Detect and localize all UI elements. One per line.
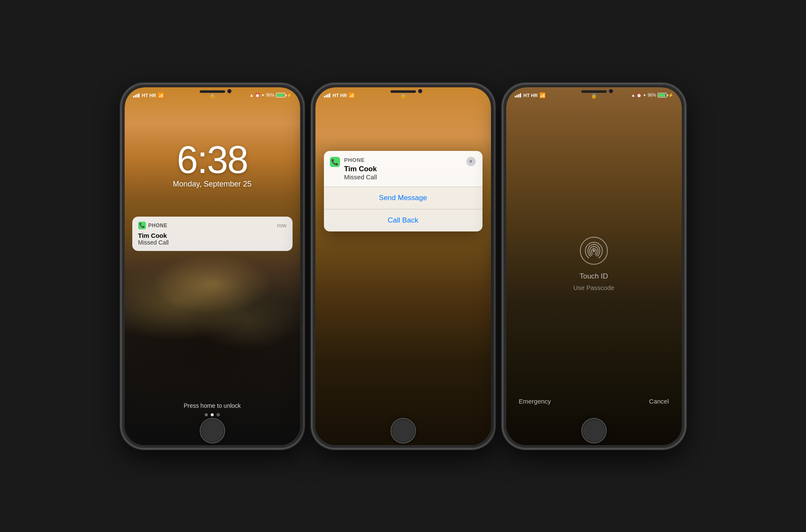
status-right-3: ▲ ⏰ ✶ 96% ⚡ bbox=[631, 93, 673, 97]
send-message-button[interactable]: Send Message bbox=[324, 187, 482, 209]
charging-icon: ⚡ bbox=[287, 93, 292, 97]
lock-icon-3: 🔒 bbox=[591, 93, 597, 98]
notification-app-name: PHONE bbox=[148, 223, 167, 228]
signal-bars-3 bbox=[515, 93, 521, 97]
dot-2-active bbox=[211, 413, 214, 416]
carrier-name-2: HT HR bbox=[333, 93, 347, 98]
touchid-screen: HT HR 📶 🔒 ▲ ⏰ ✶ 96% ⚡ bbox=[506, 87, 682, 445]
signal-bar-2 bbox=[135, 95, 136, 97]
fingerprint-icon bbox=[579, 236, 609, 265]
dot-1 bbox=[205, 413, 208, 416]
carrier-name: HT HR bbox=[142, 93, 156, 98]
cancel-button[interactable]: Cancel bbox=[649, 398, 669, 405]
alarm-icon: ⏰ bbox=[255, 93, 260, 97]
lock-icon-2: 🔒 bbox=[400, 93, 406, 98]
notification-card[interactable]: 📞 PHONE now Tim Cook Missed Call bbox=[132, 217, 293, 251]
earpiece bbox=[200, 90, 225, 93]
touch-id-container: Touch ID Use Passcode bbox=[573, 236, 614, 291]
expanded-notif-screen: HT HR 📶 🔒 📞 PHONE Tim Cook bbox=[315, 87, 491, 445]
fingerprint-svg bbox=[579, 236, 609, 265]
signal-bar-3 bbox=[327, 94, 329, 97]
call-back-button[interactable]: Call Back bbox=[324, 209, 482, 231]
notification-title: Tim Cook bbox=[138, 232, 287, 239]
wifi-icon-2: 📶 bbox=[349, 92, 355, 98]
expanded-app-name: PHONE bbox=[344, 157, 466, 163]
signal-bar-2 bbox=[516, 95, 518, 97]
phone-3-screen: HT HR 📶 🔒 ▲ ⏰ ✶ 96% ⚡ bbox=[506, 87, 682, 445]
wifi-icon: 📶 bbox=[158, 92, 164, 98]
signal-bar-2 bbox=[326, 95, 327, 97]
battery-fill bbox=[277, 94, 284, 97]
signal-bar-1 bbox=[515, 96, 516, 97]
signal-bar-3 bbox=[518, 94, 519, 97]
earpiece-3 bbox=[581, 90, 607, 93]
status-left-3: HT HR 📶 bbox=[515, 92, 546, 98]
clock-time: 6:38 bbox=[125, 138, 300, 182]
battery-pct-3: 96% bbox=[647, 93, 656, 97]
touch-id-label: Touch ID bbox=[573, 272, 614, 280]
bluetooth-icon-3: ✶ bbox=[643, 93, 646, 97]
notification-time: now bbox=[277, 223, 286, 228]
battery-indicator bbox=[276, 93, 285, 97]
phone-2: HT HR 📶 🔒 📞 PHONE Tim Cook bbox=[312, 84, 494, 448]
front-camera bbox=[227, 89, 231, 93]
charging-icon-3: ⚡ bbox=[668, 93, 673, 97]
expanded-notif-text: PHONE Tim Cook Missed Call bbox=[344, 157, 466, 181]
expanded-notif-header: 📞 PHONE Tim Cook Missed Call × bbox=[324, 151, 482, 187]
status-left-2: HT HR 📶 bbox=[324, 92, 355, 98]
phone-1-screen: HT HR 📶 🔒 ▲ ⏰ ✶ 96% ⚡ bbox=[125, 87, 300, 445]
status-bar-2: HT HR 📶 🔒 bbox=[315, 87, 491, 101]
home-button-3[interactable] bbox=[581, 418, 607, 443]
page-dots: ⊡ bbox=[125, 413, 300, 416]
signal-bar-4 bbox=[520, 93, 521, 97]
battery-pct: 96% bbox=[266, 93, 274, 97]
alarm-icon-3: ⏰ bbox=[636, 93, 641, 97]
status-bar: HT HR 📶 🔒 ▲ ⏰ ✶ 96% ⚡ bbox=[125, 87, 300, 101]
signal-bars-2 bbox=[324, 93, 330, 97]
phone-3: HT HR 📶 🔒 ▲ ⏰ ✶ 96% ⚡ bbox=[503, 84, 685, 448]
expanded-notif-content: 📞 PHONE Tim Cook Missed Call bbox=[330, 157, 466, 181]
home-button-2[interactable] bbox=[390, 418, 416, 443]
expanded-notif-title: Tim Cook bbox=[344, 165, 466, 173]
svg-point-1 bbox=[593, 249, 595, 252]
signal-bar-4 bbox=[138, 93, 139, 97]
battery-indicator-3 bbox=[658, 93, 667, 97]
expanded-notification: 📞 PHONE Tim Cook Missed Call × Send Mess… bbox=[324, 151, 482, 231]
notification-header: 📞 PHONE now bbox=[138, 222, 287, 229]
use-passcode-label[interactable]: Use Passcode bbox=[573, 284, 614, 291]
notification-subtitle: Missed Call bbox=[138, 239, 287, 246]
signal-bars bbox=[133, 93, 139, 97]
phone2-wallpaper bbox=[315, 87, 491, 445]
carrier-name-3: HT HR bbox=[524, 93, 538, 98]
bottom-actions: Emergency Cancel bbox=[506, 398, 682, 405]
battery-fill-3 bbox=[658, 94, 665, 97]
front-camera-2 bbox=[418, 89, 422, 93]
notification-app-info: 📞 PHONE bbox=[138, 222, 167, 229]
phone-app-icon-2: 📞 bbox=[330, 157, 340, 167]
signal-bar-3 bbox=[137, 94, 138, 97]
dot-lock: ⊡ bbox=[217, 413, 220, 416]
emergency-button[interactable]: Emergency bbox=[519, 398, 551, 405]
expanded-notif-subtitle: Missed Call bbox=[344, 173, 466, 181]
clock-date: Monday, September 25 bbox=[125, 180, 300, 189]
status-bar-3: HT HR 📶 🔒 ▲ ⏰ ✶ 96% ⚡ bbox=[506, 87, 682, 101]
phone-1: HT HR 📶 🔒 ▲ ⏰ ✶ 96% ⚡ bbox=[121, 84, 304, 448]
wifi-icon-3: 📶 bbox=[539, 92, 546, 98]
earpiece-2 bbox=[390, 90, 416, 93]
signal-bar-1 bbox=[324, 96, 325, 97]
signal-bar-1 bbox=[133, 96, 134, 97]
bluetooth-icon: ✶ bbox=[261, 93, 265, 97]
time-display: 6:38 Monday, September 25 bbox=[125, 138, 300, 189]
phones-container: HT HR 📶 🔒 ▲ ⏰ ✶ 96% ⚡ bbox=[121, 84, 685, 448]
close-notification-button[interactable]: × bbox=[466, 157, 476, 166]
lockscreen: HT HR 📶 🔒 ▲ ⏰ ✶ 96% ⚡ bbox=[125, 87, 300, 445]
lock-icon: 🔒 bbox=[209, 93, 215, 98]
front-camera-3 bbox=[609, 89, 613, 93]
phone-app-icon: 📞 bbox=[138, 222, 146, 229]
nav-icon: ▲ bbox=[250, 93, 254, 97]
status-right: ▲ ⏰ ✶ 96% ⚡ bbox=[250, 93, 292, 97]
status-left: HT HR 📶 bbox=[133, 92, 165, 98]
press-home-label: Press home to unlock bbox=[125, 402, 300, 409]
home-button[interactable] bbox=[200, 418, 225, 443]
nav-icon-3: ▲ bbox=[631, 93, 636, 97]
